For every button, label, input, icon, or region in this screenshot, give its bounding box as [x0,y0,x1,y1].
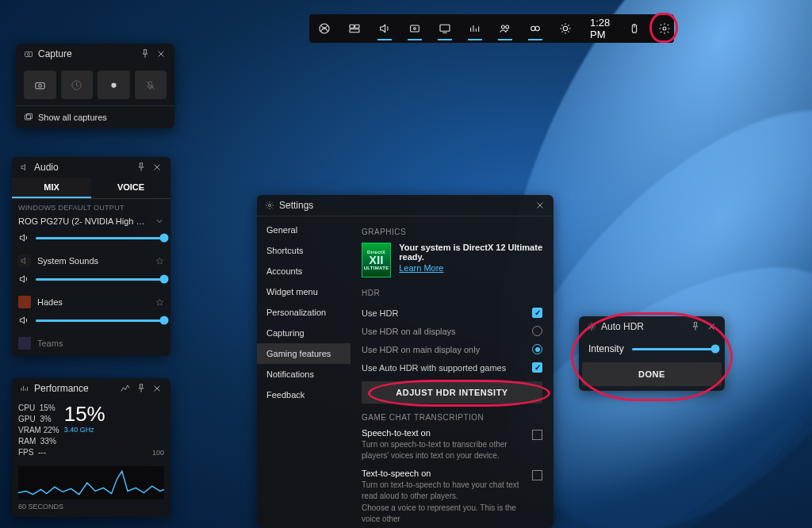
system-sounds-icon [18,254,31,267]
svg-point-10 [535,26,539,30]
svg-point-9 [531,26,535,30]
close-icon[interactable] [155,48,167,59]
svg-point-7 [501,25,504,29]
resources-icon[interactable] [520,14,550,43]
show-all-captures-link[interactable]: Show all captures [16,105,174,128]
nav-notifications[interactable]: Notifications [257,364,350,385]
nav-accounts[interactable]: Accounts [257,261,350,281]
tts-desc: Turn on text-to-speech to have your chat… [362,480,542,501]
capture-title: Capture [38,48,72,59]
app-volume-name: System Sounds [37,256,149,266]
capture-widget-icon[interactable] [400,14,430,43]
nav-feedback[interactable]: Feedback [257,385,350,405]
performance-icon [20,384,29,393]
favorite-icon[interactable] [155,298,164,307]
pin-icon[interactable] [690,321,701,332]
clock: 1:28 PM [580,17,619,40]
app-volume-slider[interactable] [18,313,164,329]
record-button[interactable] [98,71,130,99]
graphics-section-title: GRAPHICS [362,228,542,236]
adjust-hdr-intensity-button[interactable]: ADJUST HDR INTENSITY [362,381,542,404]
close-icon[interactable] [151,383,163,394]
pin-icon[interactable] [140,48,151,59]
performance-widget: Performance CPU 15% GPU 3% VRAM 22% RAM … [12,378,170,517]
nav-gaming-features[interactable]: Gaming features [257,343,350,364]
stt-label: Speech-to-text on [362,428,542,438]
hdr-main-display-radio[interactable] [532,344,542,354]
close-icon[interactable] [534,200,546,211]
xbox-game-bar: 1:28 PM [309,14,674,43]
performance-title: Performance [34,383,89,394]
mouse-icon[interactable] [619,14,649,43]
svg-point-23 [269,205,271,207]
nav-personalization[interactable]: Personalization [257,302,350,323]
nav-capturing[interactable]: Capturing [257,323,350,343]
hdr-main-display-label: Use HDR on main display only [362,345,480,354]
nav-widget-menu[interactable]: Widget menu [257,281,350,302]
intensity-slider[interactable] [632,348,715,350]
screenshot-button[interactable] [24,71,56,99]
svg-point-24 [590,325,593,328]
close-icon[interactable] [706,321,717,332]
use-hdr-label: Use HDR [362,308,398,318]
nav-shortcuts[interactable]: Shortcuts [257,240,350,261]
camera-icon [24,49,33,59]
pin-icon[interactable] [136,162,147,173]
audio-widget-icon[interactable] [370,14,400,43]
brightness-icon[interactable] [550,14,580,43]
hades-icon [18,296,31,308]
cpu-percentage-big: 15% [64,404,105,424]
xbox-icon[interactable] [309,14,339,43]
teams-icon [18,337,31,350]
auto-hdr-widget: Auto HDR Intensity DONE [579,316,725,391]
audio-title: Audio [34,162,59,173]
app-volume-slider[interactable] [18,272,164,288]
record-last-button[interactable] [61,71,94,99]
settings-gear-icon[interactable] [649,14,680,43]
app-volume-name: Teams [37,339,164,348]
scale-max: 100 [152,449,164,457]
widgets-icon[interactable] [339,14,370,43]
gear-icon [265,201,274,210]
nav-general[interactable]: General [257,220,350,240]
xbox-social-icon[interactable] [490,14,520,43]
pin-icon[interactable] [136,383,147,394]
output-device-select[interactable]: ROG PG27U (2- NVIDIA High Definition A… [18,216,164,226]
directx-badge: DirectX XII ULTIMATE [362,243,391,277]
chat-section-title: GAME CHAT TRANSCRIPTION [362,413,542,422]
done-button[interactable]: DONE [582,362,722,386]
svg-rect-16 [36,82,44,89]
graph-options-icon[interactable] [120,383,131,394]
display-icon[interactable] [430,14,460,43]
svg-point-17 [38,84,41,87]
speaker-icon [18,274,29,285]
app-volume-row: Teams [18,337,164,350]
app-volume-row: Hades [18,296,164,308]
favorite-icon[interactable] [155,257,164,266]
master-volume-slider[interactable] [18,231,164,247]
svg-point-5 [414,28,416,30]
hdr-all-displays-label: Use HDR on all displays [362,327,456,336]
settings-title: Settings [279,200,313,211]
performance-widget-icon[interactable] [460,14,490,43]
default-output-label: WINDOWS DEFAULT OUTPUT [18,204,164,212]
svg-point-15 [28,53,30,55]
svg-rect-14 [25,52,33,57]
use-hdr-checkbox[interactable] [532,308,542,318]
settings-content[interactable]: GRAPHICS DirectX XII ULTIMATE Your syste… [350,216,553,528]
tts-label: Text-to-speech on [362,469,542,478]
tts-checkbox[interactable] [532,470,542,480]
close-icon[interactable] [151,162,163,173]
svg-rect-22 [27,114,33,119]
intensity-label: Intensity [588,343,624,354]
cpu-frequency: 3.40 GHz [64,426,94,434]
tab-mix[interactable]: MIX [12,178,91,198]
mic-button[interactable] [135,71,167,99]
hdr-all-displays-radio[interactable] [532,326,542,336]
tab-voice[interactable]: VOICE [91,178,170,198]
stt-checkbox[interactable] [532,430,542,440]
learn-more-link[interactable]: Learn More [399,263,443,273]
time-window-label: 60 SECONDS [12,501,170,517]
use-auto-hdr-checkbox[interactable] [532,362,542,373]
svg-point-11 [563,26,567,30]
